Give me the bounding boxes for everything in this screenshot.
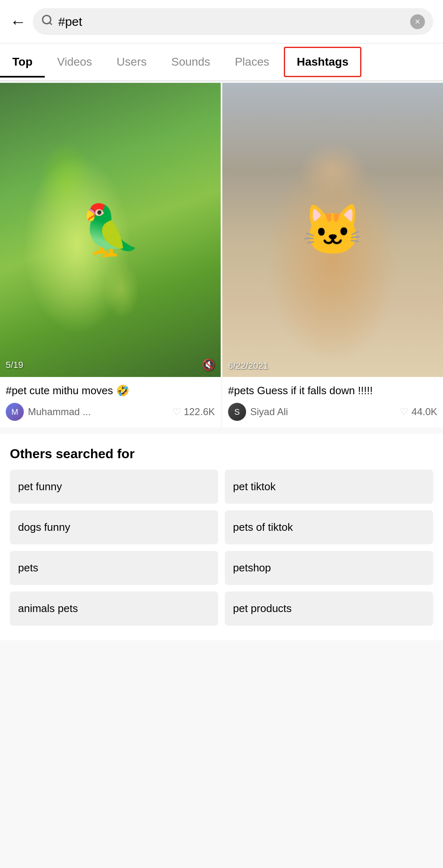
video-card-1[interactable]: 🦜 5/19 🔇 #pet cute mithu moves 🤣 M Muham… (0, 83, 221, 427)
suggestion-pet-tiktok[interactable]: pet tiktok (225, 470, 433, 504)
avatar-2: S (228, 403, 246, 421)
video-meta-1: M Muhammad ... ♡ 122.6K (6, 403, 215, 421)
video-author-2: Siyad Ali (250, 406, 396, 418)
search-query: #pet (58, 15, 405, 29)
video-thumbnail-2: 🐱 6/22/2021 (222, 83, 443, 377)
video-author-1: Muhammad ... (28, 406, 168, 418)
parrot-emoji: 🦜 (80, 201, 141, 259)
tab-places[interactable]: Places (222, 46, 281, 78)
video-thumbnail-1: 🦜 5/19 🔇 (0, 83, 221, 377)
tab-videos[interactable]: Videos (45, 46, 104, 78)
video-info-2: #pets Guess if it falls down !!!!! S Siy… (222, 377, 443, 427)
others-section: Others searched for pet funny pet tiktok… (0, 434, 443, 640)
tab-sounds[interactable]: Sounds (159, 46, 222, 78)
video-card-2[interactable]: 🐱 6/22/2021 #pets Guess if it falls down… (222, 83, 443, 427)
avatar-placeholder-2: S (228, 403, 246, 421)
heart-icon-2: ♡ (400, 406, 409, 418)
video-meta-2: S Siyad Ali ♡ 44.0K (228, 403, 437, 421)
suggestion-pet-funny[interactable]: pet funny (10, 470, 218, 504)
video-info-1: #pet cute mithu moves 🤣 M Muhammad ... ♡… (0, 377, 221, 427)
video-timestamp-1: 5/19 (6, 360, 23, 370)
video-overlay-1: 5/19 🔇 (6, 359, 215, 371)
video-timestamp-2: 6/22/2021 (228, 361, 268, 371)
suggestion-pet-products[interactable]: pet products (225, 592, 433, 626)
mute-icon-1: 🔇 (202, 359, 215, 371)
svg-line-1 (50, 23, 52, 25)
svg-point-0 (43, 16, 51, 24)
video-title-2: #pets Guess if it falls down !!!!! (228, 384, 437, 398)
back-button[interactable]: ← (10, 14, 26, 30)
video-title-1: #pet cute mithu moves 🤣 (6, 384, 215, 398)
tab-hashtags[interactable]: Hashtags (284, 47, 361, 77)
suggestion-pets-of-tiktok[interactable]: pets of tiktok (225, 510, 433, 544)
search-icon (41, 14, 53, 29)
suggestion-dogs-funny[interactable]: dogs funny (10, 510, 218, 544)
video-likes-1: ♡ 122.6K (172, 406, 215, 418)
parrot-thumbnail-bg: 🦜 (0, 83, 221, 377)
video-overlay-2: 6/22/2021 (228, 361, 437, 371)
avatar-placeholder-1: M (6, 403, 24, 421)
clear-search-button[interactable]: × (410, 14, 425, 29)
suggestion-animals-pets[interactable]: animals pets (10, 592, 218, 626)
tabs-nav: Top Videos Users Sounds Places Hashtags (0, 43, 443, 81)
kitten-thumbnail-bg: 🐱 (222, 83, 443, 377)
kitten-emoji: 🐱 (302, 201, 363, 259)
header: ← #pet × (0, 0, 443, 43)
suggestions-grid: pet funny pet tiktok dogs funny pets of … (10, 470, 433, 634)
video-likes-2: ♡ 44.0K (400, 406, 437, 418)
suggestion-petshop[interactable]: petshop (225, 551, 433, 585)
avatar-1: M (6, 403, 24, 421)
heart-icon-1: ♡ (172, 406, 181, 418)
search-bar[interactable]: #pet × (33, 8, 433, 35)
suggestion-pets[interactable]: pets (10, 551, 218, 585)
videos-grid: 🦜 5/19 🔇 #pet cute mithu moves 🤣 M Muham… (0, 81, 443, 429)
tab-users[interactable]: Users (104, 46, 159, 78)
tab-top[interactable]: Top (0, 46, 45, 78)
others-title: Others searched for (10, 446, 433, 461)
